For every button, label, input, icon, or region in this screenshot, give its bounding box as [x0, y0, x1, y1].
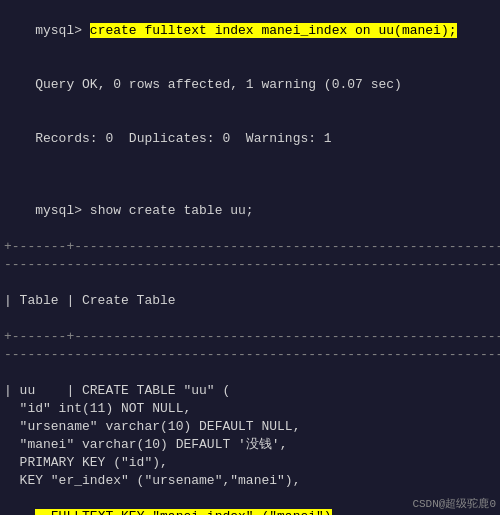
- prompt-1: mysql>: [35, 23, 90, 38]
- output-line-3: Records: 0 Duplicates: 0 Warnings: 1: [2, 112, 498, 166]
- blank-line-8: [2, 274, 498, 292]
- output-text-2: Query OK, 0 rows affected, 1 warning (0.…: [35, 77, 402, 92]
- table-header-line: | Table | Create Table: [2, 292, 498, 310]
- table-row-16: "ursename" varchar(10) DEFAULT NULL,: [2, 418, 498, 436]
- command-line-1: mysql> create fulltext index manei_index…: [2, 4, 498, 58]
- table-row-15: "id" int(11) NOT NULL,: [2, 400, 498, 418]
- separator-11: +-------+-------------------------------…: [2, 328, 498, 346]
- fulltext-key-text: FULLTEXT KEY "manei_index" ("manei"): [35, 509, 331, 515]
- table-row-18: PRIMARY KEY ("id"),: [2, 454, 498, 472]
- command-line-5: mysql> show create table uu;: [2, 184, 498, 238]
- table-row-19: KEY "er_index" ("ursename","manei"),: [2, 472, 498, 490]
- terminal-window: mysql> create fulltext index manei_index…: [0, 0, 500, 515]
- output-text-3: Records: 0 Duplicates: 0 Warnings: 1: [35, 131, 331, 146]
- command-text-5: show create table uu;: [90, 203, 254, 218]
- separator-7: ----------------------------------------…: [2, 256, 498, 274]
- command-text-1: create fulltext index manei_index on uu(…: [90, 23, 457, 38]
- blank-line-4: [2, 166, 498, 184]
- blank-line-10: [2, 310, 498, 328]
- prompt-5: mysql>: [35, 203, 90, 218]
- separator-6: +-------+-------------------------------…: [2, 238, 498, 256]
- output-line-2: Query OK, 0 rows affected, 1 warning (0.…: [2, 58, 498, 112]
- separator-12: ----------------------------------------…: [2, 346, 498, 364]
- table-row-14: | uu | CREATE TABLE "uu" (: [2, 382, 498, 400]
- table-row-17: "manei" varchar(10) DEFAULT '没钱',: [2, 436, 498, 454]
- blank-line-13: [2, 364, 498, 382]
- watermark: CSDN@超级驼鹿0: [412, 496, 496, 511]
